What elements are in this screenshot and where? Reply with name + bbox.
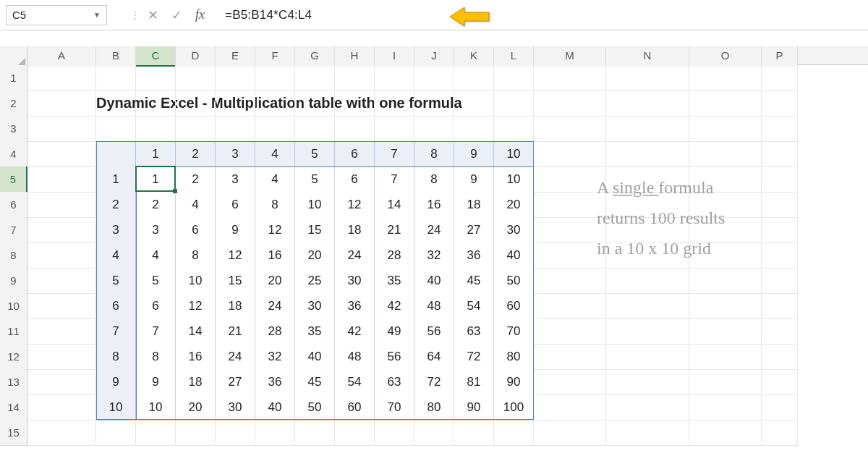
cell[interactable] — [762, 344, 798, 370]
row-header-15[interactable]: 15 — [0, 420, 27, 446]
cell[interactable]: 8 — [414, 141, 454, 167]
cell[interactable]: 2 — [176, 166, 216, 193]
name-box-dropdown-icon[interactable]: ▼ — [93, 11, 101, 19]
cell[interactable]: 8 — [136, 344, 176, 370]
cell[interactable] — [27, 394, 96, 421]
cell[interactable]: 14 — [375, 192, 414, 218]
cell[interactable]: 6 — [96, 293, 136, 319]
cell[interactable] — [762, 65, 798, 91]
cell[interactable] — [375, 65, 414, 91]
col-header-M[interactable]: M — [534, 46, 606, 67]
cell[interactable] — [606, 116, 689, 142]
cell[interactable]: 1 — [96, 166, 136, 193]
cell[interactable]: 32 — [414, 242, 454, 269]
cell[interactable]: 12 — [176, 293, 216, 319]
cell[interactable] — [534, 394, 606, 421]
cell[interactable]: 40 — [414, 268, 454, 294]
cell[interactable] — [534, 90, 606, 117]
cell[interactable] — [606, 293, 689, 319]
cell[interactable] — [176, 116, 216, 142]
cell[interactable] — [762, 420, 798, 446]
cell[interactable] — [335, 90, 375, 117]
cell[interactable]: 15 — [295, 217, 335, 243]
cell[interactable]: 40 — [494, 242, 534, 269]
cell[interactable] — [689, 116, 762, 142]
cell[interactable]: 10 — [494, 166, 534, 193]
row-header-3[interactable]: 3 — [0, 116, 27, 142]
cell[interactable]: 30 — [295, 293, 335, 319]
cell[interactable] — [762, 369, 798, 395]
cell[interactable]: 6 — [335, 141, 375, 167]
cell[interactable] — [375, 420, 414, 446]
cell[interactable]: 60 — [494, 293, 534, 319]
cell[interactable] — [606, 394, 689, 421]
cell[interactable]: 72 — [414, 369, 454, 395]
cell[interactable] — [27, 268, 96, 294]
cell[interactable] — [27, 65, 96, 91]
cell[interactable] — [136, 420, 176, 446]
cell[interactable] — [176, 90, 216, 117]
cell[interactable] — [606, 318, 689, 345]
cell[interactable]: 90 — [454, 394, 494, 421]
cell[interactable]: 1 — [136, 166, 176, 193]
cell[interactable] — [454, 420, 494, 446]
cell[interactable]: 7 — [96, 318, 136, 345]
cell[interactable]: 28 — [375, 242, 414, 269]
row-header-4[interactable]: 4 — [0, 141, 27, 167]
cell[interactable] — [96, 116, 136, 142]
cell[interactable] — [762, 90, 798, 117]
sheet-title[interactable]: Dynamic Excel - Multiplication table wit… — [96, 90, 136, 117]
cell[interactable]: 20 — [494, 192, 534, 218]
cell[interactable]: 27 — [216, 369, 255, 395]
cell[interactable] — [454, 116, 494, 142]
cell[interactable]: 20 — [176, 394, 216, 421]
cell[interactable] — [689, 141, 762, 167]
cell[interactable]: 9 — [136, 369, 176, 395]
cell[interactable] — [27, 116, 96, 142]
cell[interactable] — [27, 293, 96, 319]
cell[interactable]: 6 — [216, 192, 255, 218]
cell[interactable] — [414, 65, 454, 91]
cell[interactable]: 12 — [335, 192, 375, 218]
col-header-C[interactable]: C — [136, 46, 176, 67]
cell[interactable]: 5 — [136, 268, 176, 294]
cell[interactable]: 72 — [454, 344, 494, 370]
col-header-K[interactable]: K — [454, 46, 494, 67]
cell[interactable] — [255, 116, 295, 142]
cell[interactable] — [689, 344, 762, 370]
col-header-B[interactable]: B — [96, 46, 136, 67]
cell[interactable]: 42 — [335, 318, 375, 345]
cell[interactable]: 16 — [414, 192, 454, 218]
cell[interactable]: 60 — [335, 394, 375, 421]
cell[interactable] — [255, 65, 295, 91]
cell[interactable] — [136, 116, 176, 142]
cell[interactable] — [606, 141, 689, 167]
col-header-L[interactable]: L — [494, 46, 534, 67]
cell[interactable] — [27, 90, 96, 117]
cell[interactable] — [494, 90, 534, 117]
cell[interactable] — [762, 116, 798, 142]
cell[interactable] — [295, 116, 335, 142]
cell[interactable] — [27, 192, 96, 218]
cell[interactable]: 8 — [176, 242, 216, 269]
col-header-H[interactable]: H — [335, 46, 375, 67]
cell[interactable]: 70 — [494, 318, 534, 345]
cell[interactable] — [534, 65, 606, 91]
cell[interactable]: 48 — [414, 293, 454, 319]
cell[interactable] — [335, 65, 375, 91]
cell[interactable]: 50 — [295, 394, 335, 421]
cell[interactable]: 3 — [216, 141, 255, 167]
cell[interactable] — [414, 420, 454, 446]
cell[interactable]: 45 — [454, 268, 494, 294]
cell[interactable]: 36 — [255, 369, 295, 395]
cell[interactable]: 10 — [494, 141, 534, 167]
row-header-12[interactable]: 12 — [0, 344, 27, 370]
row-header-8[interactable]: 8 — [0, 242, 27, 269]
cell[interactable]: 90 — [494, 369, 534, 395]
col-header-I[interactable]: I — [375, 46, 414, 67]
cell[interactable] — [534, 344, 606, 370]
cell[interactable] — [762, 293, 798, 319]
row-header-1[interactable]: 1 — [0, 65, 27, 91]
cell[interactable] — [136, 90, 176, 117]
cell[interactable]: 35 — [295, 318, 335, 345]
